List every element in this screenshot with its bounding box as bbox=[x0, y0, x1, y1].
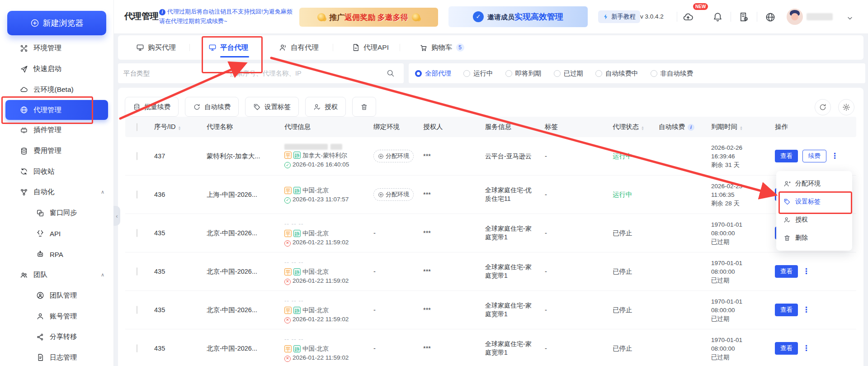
assign-env-button[interactable]: 分配环境 bbox=[373, 150, 414, 162]
assign-env-button[interactable]: 分配环境 bbox=[373, 188, 414, 201]
column-header-到期时间[interactable]: 到期时间▲▼ bbox=[711, 123, 775, 131]
sidebar-item-窗口同步[interactable]: 窗口同步 bbox=[0, 203, 113, 223]
new-browser-button[interactable]: 新建浏览器 bbox=[7, 11, 106, 35]
sidebar-item-RPA[interactable]: RPA bbox=[0, 244, 113, 265]
sidebar-collapse-handle[interactable]: ‹ bbox=[113, 206, 120, 226]
divider bbox=[400, 44, 400, 51]
row-checkbox[interactable] bbox=[137, 190, 137, 199]
info-icon[interactable]: i bbox=[688, 124, 694, 131]
menu-item-设置标签[interactable]: 设置标签 bbox=[776, 193, 852, 211]
sidebar-item-插件管理[interactable]: 插件管理 bbox=[0, 120, 113, 141]
promo-banner[interactable]: 推广返佣奖励 多邀多得 bbox=[299, 8, 438, 27]
invite-banner[interactable]: ✓ 邀请成员实现高效管理 bbox=[448, 6, 588, 27]
collapse-caret-icon[interactable]: ∧ bbox=[101, 272, 104, 278]
select-all-checkbox[interactable] bbox=[137, 123, 137, 131]
sidebar-item-日志管理[interactable]: 日志管理 bbox=[0, 347, 113, 366]
search-input[interactable] bbox=[229, 63, 380, 83]
row-checkbox[interactable] bbox=[137, 229, 137, 237]
radio-全部代理[interactable]: 全部代理 bbox=[415, 69, 451, 78]
plugin-icon bbox=[20, 126, 28, 134]
bell-icon[interactable] bbox=[712, 12, 723, 23]
more-actions-button[interactable]: ⋮ bbox=[802, 346, 810, 351]
toolbar-button-设置标签[interactable]: 设置标签 bbox=[245, 97, 299, 117]
more-actions-button[interactable]: ⋮ bbox=[802, 308, 810, 312]
cell-tag: - bbox=[545, 191, 613, 198]
radio-自动续费中[interactable]: 自动续费中 bbox=[595, 69, 638, 78]
search-icon[interactable] bbox=[386, 69, 395, 77]
view-button[interactable]: 查看 bbox=[775, 150, 798, 162]
sidebar-item-自动化[interactable]: 自动化∧ bbox=[0, 182, 113, 203]
cell-service-info: 全球家庭住宅-家庭宽带1 bbox=[485, 340, 545, 357]
tab-购买代理[interactable]: 购买代理 bbox=[136, 35, 176, 60]
row-checkbox[interactable] bbox=[137, 344, 137, 352]
cell-id: 435 bbox=[154, 268, 207, 275]
cell-proxy-info: -- -- -- 平静中国-北京 ✕2026-01-22 11:59:02 bbox=[284, 296, 373, 323]
toolbar-button-授权[interactable]: 授权 bbox=[305, 97, 346, 117]
sidebar-item-云环境(Beta)[interactable]: 云环境(Beta) bbox=[0, 79, 113, 100]
tab-购物车[interactable]: 购物车5 bbox=[420, 35, 464, 60]
view-button[interactable]: 查看 bbox=[775, 265, 798, 278]
table-row: 435北京-中国-2026...-- -- -- 平静中国-北京 ✕2026-0… bbox=[125, 214, 856, 252]
more-actions-button[interactable]: ⋮ bbox=[831, 154, 839, 158]
sort-icon[interactable]: ▲▼ bbox=[740, 126, 743, 130]
row-checkbox[interactable] bbox=[137, 267, 137, 276]
platform-type-select[interactable]: 平台类型 bbox=[118, 63, 228, 83]
row-checkbox[interactable] bbox=[137, 306, 137, 314]
column-header-序号/ID[interactable]: 序号/ID▲▼ bbox=[154, 123, 207, 131]
bolt-icon bbox=[603, 14, 609, 20]
tab-自有代理[interactable]: 自有代理 bbox=[279, 35, 319, 60]
log-document-icon[interactable] bbox=[739, 12, 750, 23]
view-button[interactable]: 查看 bbox=[775, 304, 798, 316]
winsync-icon bbox=[36, 209, 44, 217]
cell-id: 435 bbox=[154, 229, 207, 237]
collapse-caret-icon[interactable]: ∧ bbox=[101, 189, 104, 195]
view-button[interactable]: 查看 bbox=[775, 342, 798, 355]
sidebar-item-快速启动[interactable]: 快速启动 bbox=[0, 59, 113, 80]
sidebar-item-团队[interactable]: 团队∧ bbox=[0, 265, 113, 285]
settings-button[interactable] bbox=[838, 99, 854, 115]
refresh-button[interactable] bbox=[815, 99, 831, 115]
toolbar-delete-button[interactable] bbox=[352, 97, 376, 117]
renew-button[interactable]: 续费 bbox=[802, 150, 826, 162]
tab-代理API[interactable]: 代理API bbox=[352, 35, 389, 60]
tutorial-button[interactable]: 新手教程 bbox=[598, 10, 640, 23]
radio-运行中[interactable]: 运行中 bbox=[463, 69, 493, 78]
menu-item-授权[interactable]: 授权 bbox=[776, 211, 852, 229]
radio-已过期[interactable]: 已过期 bbox=[554, 69, 584, 78]
cell-bind-env: 分配环境 bbox=[373, 188, 423, 201]
main-content: 购买代理平台代理自有代理代理API购物车5 平台类型 全部代理运行中即将到期已过… bbox=[113, 33, 868, 366]
cloud-upload-icon[interactable] bbox=[683, 12, 693, 23]
avatar[interactable] bbox=[787, 9, 803, 25]
platform-tag: 平 bbox=[284, 345, 292, 352]
monitor-icon bbox=[208, 43, 217, 52]
menu-item-分配环境[interactable]: 分配环境 bbox=[776, 175, 852, 193]
sidebar-item-回收站[interactable]: 回收站 bbox=[0, 161, 113, 182]
sort-icon[interactable]: ▲▼ bbox=[641, 126, 644, 130]
sort-icon[interactable]: ▲▼ bbox=[178, 126, 181, 130]
table-row: 437蒙特利尔-加拿大... 平静加拿大-蒙特利尔 ✓2026-01-26 16… bbox=[125, 137, 856, 176]
radio-非自动续费[interactable]: 非自动续费 bbox=[651, 69, 693, 78]
cell-proxy-name: 北京-中国-2026... bbox=[207, 306, 284, 314]
menu-item-删除[interactable]: 删除 bbox=[776, 229, 852, 247]
sidebar-item-分享转移[interactable]: 分享转移 bbox=[0, 327, 113, 347]
sidebar-item-环境管理[interactable]: 环境管理 bbox=[0, 38, 113, 59]
toolbar-button-自动续费[interactable]: 自动续费 bbox=[185, 97, 239, 117]
column-header-代理状态[interactable]: 代理状态▲▼ bbox=[613, 123, 659, 131]
chevron-down-icon[interactable] bbox=[846, 14, 857, 24]
tab-平台代理[interactable]: 平台代理 bbox=[208, 35, 248, 60]
cart-icon bbox=[420, 43, 428, 52]
sidebar-item-费用管理[interactable]: 费用管理 bbox=[0, 141, 113, 162]
table-row: 435北京-中国-2026...-- -- -- 平静中国-北京 ✕2026-0… bbox=[125, 291, 856, 329]
row-checkbox[interactable] bbox=[137, 152, 137, 160]
sidebar-item-API[interactable]: API bbox=[0, 223, 113, 244]
sidebar-item-代理管理[interactable]: 代理管理 bbox=[5, 100, 108, 120]
expiry-notice: i代理过期后将自动注销且不支持找回!为避免麻烦请在代理过期前完成续费~ bbox=[159, 7, 295, 26]
table-rows: 437蒙特利尔-加拿大... 平静加拿大-蒙特利尔 ✓2026-01-26 16… bbox=[125, 137, 856, 366]
sidebar-item-团队管理[interactable]: 团队管理 bbox=[0, 285, 113, 306]
radio-即将到期[interactable]: 即将到期 bbox=[505, 69, 542, 78]
sidebar-item-账号管理[interactable]: 账号管理 bbox=[0, 306, 113, 327]
more-actions-button[interactable]: ⋮ bbox=[802, 269, 810, 274]
toolbar-button-批量续费[interactable]: 批量续费 bbox=[125, 97, 179, 117]
globe-icon[interactable] bbox=[765, 12, 776, 23]
coins-icon bbox=[317, 13, 326, 21]
